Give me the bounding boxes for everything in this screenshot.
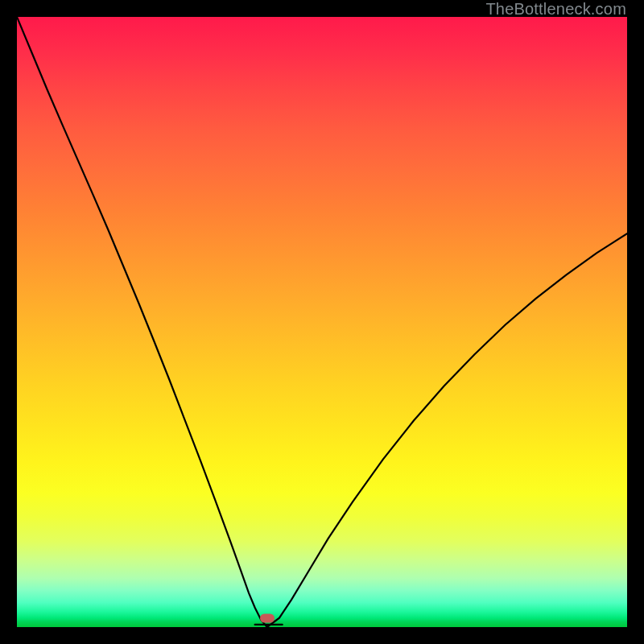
minimum-marker xyxy=(260,614,275,623)
plot-area xyxy=(17,17,627,627)
bottleneck-curve xyxy=(17,17,627,627)
watermark-text: TheBottleneck.com xyxy=(485,0,626,19)
chart-frame: TheBottleneck.com xyxy=(0,0,644,644)
curve-right-branch xyxy=(267,233,627,627)
curve-left-branch xyxy=(17,17,267,627)
